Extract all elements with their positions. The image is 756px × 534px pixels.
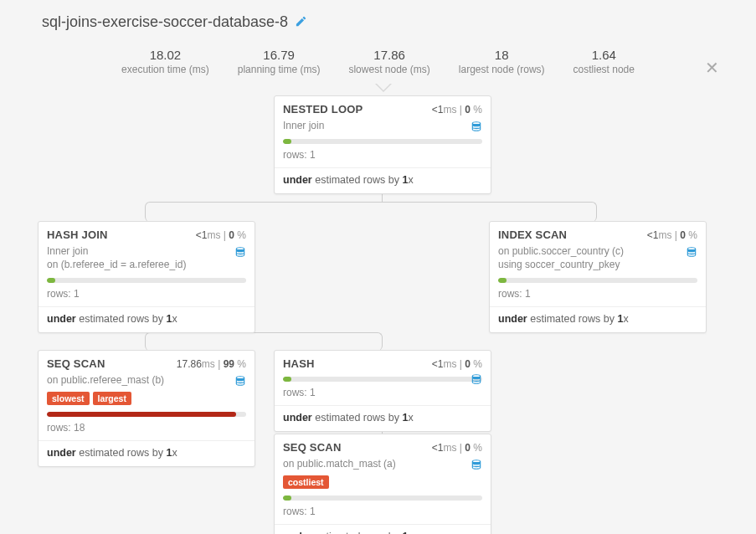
- node-rows: 1: [310, 149, 316, 161]
- stat-label: execution time (ms): [121, 64, 209, 75]
- node-rows: 1: [74, 288, 80, 300]
- node-estimate: under estimated rows by 1x: [275, 406, 491, 431]
- page-title: sql-joins-exercise-soccer-database-8: [42, 13, 288, 31]
- stat-label: slowest node (ms): [348, 64, 429, 75]
- stat-label: costliest node: [573, 64, 635, 75]
- badge-slowest: slowest: [47, 392, 90, 405]
- node-title: SEQ SCAN: [283, 441, 342, 454]
- node-title: HASH JOIN: [47, 228, 108, 241]
- node-rows: 1: [310, 506, 316, 517]
- node-title: HASH: [283, 357, 315, 370]
- node-metrics: <1ms | 0 %: [432, 442, 482, 454]
- stat-value: 18: [459, 48, 545, 62]
- close-icon[interactable]: ✕: [705, 58, 719, 78]
- node-subtext: Inner: [283, 120, 309, 131]
- node-title: INDEX SCAN: [498, 228, 567, 241]
- database-icon[interactable]: [471, 119, 482, 132]
- stat-value: 18.02: [121, 48, 209, 62]
- node-estimate: under estimated rows by 1x: [39, 441, 255, 466]
- plan-node-hash-join[interactable]: HASH JOIN <1ms | 0 % Inner join on (b.re…: [38, 221, 255, 333]
- database-icon[interactable]: [471, 372, 482, 385]
- node-estimate: under estimated rows by 1x: [275, 168, 491, 193]
- plan-node-nested-loop[interactable]: NESTED LOOP <1ms | 0 % Inner join rows: …: [274, 95, 491, 194]
- plan-node-hash[interactable]: HASH <1ms | 0 % rows: 1 under estimated …: [274, 350, 491, 432]
- node-estimate: under estimated rows by 1x: [490, 307, 706, 332]
- node-estimate: under estimated rows by 1x: [39, 307, 255, 332]
- tree-connector: [145, 202, 597, 222]
- node-relation: public.soccer_country (c): [512, 245, 624, 257]
- stat-value: 17.86: [348, 48, 429, 62]
- stat-largest-node: 18 largest node (rows): [459, 48, 545, 75]
- badge-largest: largest: [93, 392, 131, 405]
- stat-label: planning time (ms): [238, 64, 321, 75]
- stat-label: largest node (rows): [459, 64, 545, 75]
- node-rows: 18: [74, 422, 85, 434]
- node-metrics: <1ms | 0 %: [432, 358, 482, 370]
- node-index: soccer_country_pkey: [525, 259, 620, 270]
- node-metrics: <1ms | 0 %: [196, 229, 246, 241]
- database-icon[interactable]: [234, 373, 246, 387]
- stat-exec-time: 18.02 execution time (ms): [121, 48, 209, 75]
- node-title: NESTED LOOP: [283, 103, 363, 116]
- stats-bar: 18.02 execution time (ms) 16.79 planning…: [17, 43, 739, 87]
- node-metrics: 17.86ms | 99 %: [177, 358, 246, 370]
- plan-node-seq-scan-match[interactable]: SEQ SCAN <1ms | 0 % on public.match_mast…: [274, 434, 491, 534]
- database-icon[interactable]: [234, 244, 246, 258]
- stat-value: 16.79: [238, 48, 321, 62]
- stat-value: 1.64: [573, 48, 635, 62]
- node-rows: 1: [525, 288, 531, 300]
- stat-plan-time: 16.79 planning time (ms): [238, 48, 321, 75]
- stat-costliest-node: 1.64 costliest node: [573, 48, 635, 75]
- plan-node-index-scan[interactable]: INDEX SCAN <1ms | 0 % on public.soccer_c…: [489, 221, 707, 333]
- plan-node-seq-scan-referee[interactable]: SEQ SCAN 17.86ms | 99 % on public.refere…: [38, 350, 255, 467]
- node-title: SEQ SCAN: [47, 357, 105, 370]
- edit-icon[interactable]: [295, 15, 307, 30]
- node-estimate: under estimated rows by 1x: [275, 525, 491, 534]
- database-icon[interactable]: [686, 244, 697, 258]
- node-metrics: <1ms | 0 %: [647, 229, 697, 241]
- plan-tree: NESTED LOOP <1ms | 0 % Inner join rows: …: [17, 87, 739, 534]
- tree-pointer-icon: [375, 84, 392, 92]
- node-rows: 1: [310, 387, 316, 398]
- node-condition: (b.referee_id = a.referee_id): [61, 259, 187, 270]
- tree-connector: [145, 332, 383, 351]
- node-metrics: <1ms | 0 %: [432, 104, 482, 116]
- database-icon[interactable]: [471, 457, 482, 470]
- node-relation: public.match_mast (a): [297, 458, 396, 470]
- badge-costliest: costliest: [283, 475, 329, 489]
- stat-slowest-node: 17.86 slowest node (ms): [348, 48, 429, 75]
- node-relation: public.referee_mast (b): [61, 374, 164, 386]
